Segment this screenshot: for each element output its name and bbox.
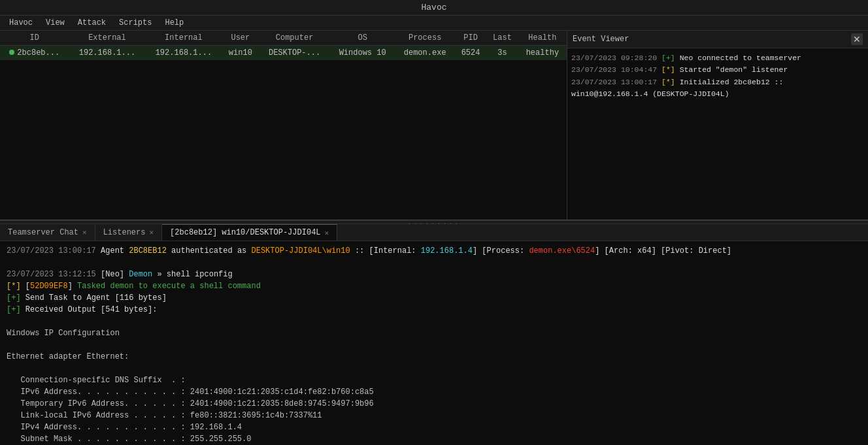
tab-close-icon[interactable]: ✕ [82,228,87,237]
event-viewer-content: 23/07/2023 09:28:20 [+] Neo connected to… [567,48,868,220]
agent-table: ID External Internal User Computer OS Pr… [0,31,567,60]
tab-label: Listeners [103,228,146,237]
menu-view[interactable]: View [39,17,71,29]
col-header-user: User [222,31,259,46]
cell-id: 2bc8eb... [0,46,69,61]
terminal-line: Temporary IPv6 Address. . . . . . : 2401… [7,398,861,410]
event-viewer-close-button[interactable]: ✕ [851,33,863,45]
table-row[interactable]: 2bc8eb... 192.168.1... 192.168.1... win1… [0,46,567,61]
title-bar: Havoc [0,0,868,16]
col-header-pid: PID [455,31,486,46]
terminal-line: [+] Send Task to Agent [116 bytes] [7,292,861,304]
menu-bar: Havoc View Attack Scripts Help [0,16,868,31]
col-header-computer: Computer [259,31,329,46]
cell-pid: 6524 [455,46,486,61]
terminal-line: 23/07/2023 13:00:17 Agent 2BC8EB12 authe… [7,245,861,257]
tab-bar: Teamserver Chat ✕Listeners ✕[2bc8eb12] w… [0,224,868,241]
cell-user: win10 [222,46,259,61]
tab-close-icon[interactable]: ✕ [149,228,154,237]
tab-listeners[interactable]: Listeners ✕ [95,225,162,240]
event-line: 23/07/2023 13:00:17 [*] Initialized 2bc8… [571,76,864,101]
terminal-content: 23/07/2023 13:00:17 Agent 2BC8EB12 authe… [0,241,868,445]
tab-agent-session[interactable]: [2bc8eb12] win10/DESKTOP-JJDI04L ✕ [162,224,337,240]
tab-teamserver-chat[interactable]: Teamserver Chat ✕ [0,225,95,240]
menu-havoc[interactable]: Havoc [3,17,39,29]
col-header-health: Health [518,31,567,46]
terminal-line [7,339,861,351]
terminal-line [7,363,861,374]
tab-label: [2bc8eb12] win10/DESKTOP-JJDI04L [170,228,320,237]
col-header-process: Process [395,31,455,46]
cell-os: Windows 10 [330,46,395,61]
menu-scripts[interactable]: Scripts [112,17,158,29]
terminal-line: Subnet Mask . . . . . . . . . . . : 255.… [7,433,861,445]
tab-close-icon[interactable]: ✕ [325,229,329,237]
agent-area: ID External Internal User Computer OS Pr… [0,31,567,220]
terminal-line [7,257,861,269]
bottom-pane: Teamserver Chat ✕Listeners ✕[2bc8eb12] w… [0,224,868,445]
event-line: 23/07/2023 09:28:20 [+] Neo connected to… [571,52,864,64]
terminal-line [7,316,861,327]
menu-help[interactable]: Help [158,17,190,29]
col-header-id: ID [0,31,69,46]
cell-process: demon.exe [395,46,455,61]
terminal-line: [+] Received Output [541 bytes]: [7,304,861,316]
event-viewer-title: Event Viewer [573,35,629,44]
cell-computer: DESKTOP-... [259,46,329,61]
col-header-external: External [69,31,146,46]
terminal-line: IPv6 Address. . . . . . . . . . . : 2401… [7,386,861,398]
event-viewer: Event Viewer ✕ 23/07/2023 09:28:20 [+] N… [567,31,868,220]
terminal-line: [*] [52D09EF8] Tasked demon to execute a… [7,280,861,292]
agent-tbody: 2bc8eb... 192.168.1... 192.168.1... win1… [0,46,567,61]
col-header-internal: Internal [145,31,222,46]
col-header-last: Last [486,31,518,46]
event-line: 23/07/2023 10:04:47 [*] Started "demon" … [571,64,864,76]
terminal-line: Connection-specific DNS Suffix . : [7,374,861,386]
cell-last: 3s [486,46,518,61]
col-header-os: OS [330,31,395,46]
cell-external: 192.168.1... [69,46,146,61]
menu-attack[interactable]: Attack [71,17,112,29]
top-pane: ID External Internal User Computer OS Pr… [0,31,868,220]
terminal-line: Ethernet adapter Ethernet: [7,351,861,363]
tab-label: Teamserver Chat [8,228,78,237]
cell-health: healthy [518,46,567,61]
cell-internal: 192.168.1... [145,46,222,61]
event-viewer-header: Event Viewer ✕ [567,31,868,48]
app-title: Havoc [421,3,446,12]
terminal-line: Windows IP Configuration [7,327,861,339]
terminal-line: IPv4 Address. . . . . . . . . . . : 192.… [7,421,861,433]
terminal-line: Link-local IPv6 Address . . . . . : fe80… [7,410,861,421]
terminal-line: 23/07/2023 13:12:15 [Neo] Demon » shell … [7,269,861,280]
